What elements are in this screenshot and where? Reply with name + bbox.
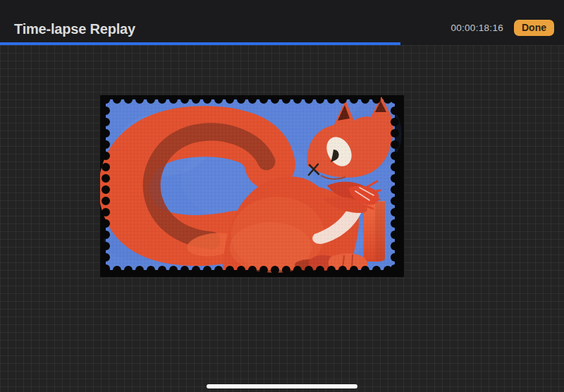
- home-indicator[interactable]: [207, 384, 357, 388]
- done-button[interactable]: Done: [514, 20, 554, 36]
- header-right-group: 00:00:18:16 Done: [450, 20, 554, 37]
- replay-timecode: 00:00:18:16: [450, 23, 503, 33]
- timelapse-replay-screen: Time-lapse Replay 00:00:18:16 Done: [0, 0, 564, 392]
- stamp-artwork: [100, 95, 404, 277]
- replay-canvas[interactable]: [0, 45, 564, 392]
- paper-grain-texture: [106, 99, 395, 270]
- header-bar: Time-lapse Replay 00:00:18:16 Done: [0, 0, 564, 42]
- page-title: Time-lapse Replay: [14, 21, 135, 37]
